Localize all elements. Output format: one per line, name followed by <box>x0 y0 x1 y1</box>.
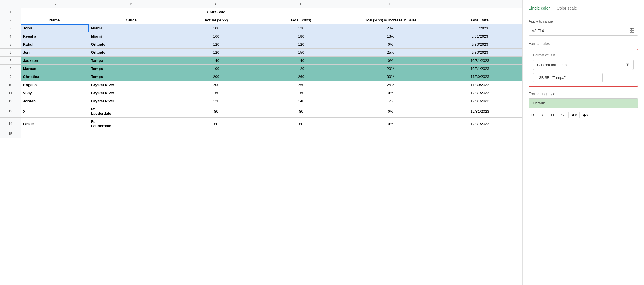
col-header-a[interactable]: A <box>21 0 89 8</box>
cell-f2[interactable]: Goal Date <box>437 16 522 24</box>
cell-f10[interactable]: 11/30/2023 <box>437 81 522 89</box>
cell-f8[interactable]: 10/31/2023 <box>437 65 522 73</box>
cell-d9[interactable]: 260 <box>259 73 344 81</box>
cell-f7[interactable]: 10/31/2023 <box>437 57 522 65</box>
cell-e1[interactable] <box>344 8 437 16</box>
cell-a10[interactable]: Rogelio <box>21 81 89 89</box>
cell-b9[interactable]: Tampa <box>89 73 174 81</box>
cell-c7[interactable]: 140 <box>174 57 259 65</box>
cell-b10[interactable]: Crystal River <box>89 81 174 89</box>
formula-input[interactable]: =$B:$B="Tampa" <box>533 73 603 82</box>
cell-c15[interactable] <box>174 130 259 138</box>
cell-d13[interactable]: 80 <box>259 105 344 118</box>
cell-a4[interactable]: Keesha <box>21 32 89 40</box>
cell-f9[interactable]: 11/30/2023 <box>437 73 522 81</box>
cell-c6[interactable]: 120 <box>174 49 259 57</box>
cell-a15[interactable] <box>21 130 89 138</box>
cell-c5[interactable]: 120 <box>174 40 259 49</box>
cell-c12[interactable]: 120 <box>174 97 259 105</box>
cell-b8[interactable]: Tampa <box>89 65 174 73</box>
cell-b3[interactable]: Miami <box>89 24 174 32</box>
cell-c2[interactable]: Actual (2022) <box>174 16 259 24</box>
cell-b12[interactable]: Crystal River <box>89 97 174 105</box>
tab-color-scale[interactable]: Color scale <box>557 6 577 13</box>
fill-color-button[interactable]: ◆ ▾ <box>582 112 589 118</box>
range-input[interactable] <box>532 29 629 33</box>
cell-f1[interactable] <box>437 8 522 16</box>
cell-c14[interactable]: 80 <box>174 118 259 130</box>
cell-e2[interactable]: Goal (2023) % Increase in Sales <box>344 16 437 24</box>
cell-e6[interactable]: 25% <box>344 49 437 57</box>
cell-f11[interactable]: 12/31/2023 <box>437 89 522 97</box>
cell-d1[interactable] <box>259 8 344 16</box>
cell-f6[interactable]: 9/30/2023 <box>437 49 522 57</box>
cell-c8[interactable]: 100 <box>174 65 259 73</box>
cell-a5[interactable]: Rahul <box>21 40 89 49</box>
strikethrough-button[interactable]: S <box>558 111 567 119</box>
col-header-f[interactable]: F <box>437 0 522 8</box>
col-header-e[interactable]: E <box>344 0 437 8</box>
cell-f5[interactable]: 9/30/2023 <box>437 40 522 49</box>
cell-a9[interactable]: Christina <box>21 73 89 81</box>
cell-e9[interactable]: 30% <box>344 73 437 81</box>
cell-f15[interactable] <box>437 130 522 138</box>
col-header-b[interactable]: B <box>89 0 174 8</box>
cell-b2[interactable]: Office <box>89 16 174 24</box>
col-header-c[interactable]: C <box>174 0 259 8</box>
range-input-row[interactable] <box>529 26 638 36</box>
cell-e12[interactable]: 17% <box>344 97 437 105</box>
cell-b4[interactable]: Miami <box>89 32 174 40</box>
bold-button[interactable]: B <box>529 111 537 119</box>
cell-c9[interactable]: 200 <box>174 73 259 81</box>
cell-e11[interactable]: 0% <box>344 89 437 97</box>
formula-type-dropdown[interactable]: Custom formula is ▼ <box>533 60 634 70</box>
cell-b6[interactable]: Orlando <box>89 49 174 57</box>
cell-a8[interactable]: Marcus <box>21 65 89 73</box>
cell-c3[interactable]: 100 <box>174 24 259 32</box>
cell-a14[interactable]: Leslie <box>21 118 89 130</box>
cell-c13[interactable]: 80 <box>174 105 259 118</box>
cell-d12[interactable]: 140 <box>259 97 344 105</box>
cell-a6[interactable]: Jen <box>21 49 89 57</box>
cell-f4[interactable]: 8/31/2023 <box>437 32 522 40</box>
cell-c1[interactable]: Units Sold <box>174 8 259 16</box>
cell-e8[interactable]: 20% <box>344 65 437 73</box>
cell-e13[interactable]: 0% <box>344 105 437 118</box>
grid-select-icon[interactable] <box>629 28 635 34</box>
cell-d11[interactable]: 160 <box>259 89 344 97</box>
cell-d14[interactable]: 80 <box>259 118 344 130</box>
cell-d8[interactable]: 120 <box>259 65 344 73</box>
cell-b11[interactable]: Crystal River <box>89 89 174 97</box>
cell-a1[interactable] <box>21 8 89 16</box>
cell-d4[interactable]: 180 <box>259 32 344 40</box>
cell-c10[interactable]: 200 <box>174 81 259 89</box>
cell-b5[interactable]: Orlando <box>89 40 174 49</box>
cell-f14[interactable]: 12/31/2023 <box>437 118 522 130</box>
cell-a2[interactable]: Name <box>21 16 89 24</box>
cell-b15[interactable] <box>89 130 174 138</box>
cell-e3[interactable]: 20% <box>344 24 437 32</box>
cell-e15[interactable] <box>344 130 437 138</box>
cell-d6[interactable]: 150 <box>259 49 344 57</box>
cell-d15[interactable] <box>259 130 344 138</box>
cell-d3[interactable]: 120 <box>259 24 344 32</box>
col-header-d[interactable]: D <box>259 0 344 8</box>
text-color-button[interactable]: A ▾ <box>571 112 578 118</box>
cell-f12[interactable]: 12/31/2023 <box>437 97 522 105</box>
cell-c4[interactable]: 160 <box>174 32 259 40</box>
cell-e4[interactable]: 13% <box>344 32 437 40</box>
underline-button[interactable]: U <box>548 111 557 119</box>
cell-d5[interactable]: 120 <box>259 40 344 49</box>
cell-a12[interactable]: Jordan <box>21 97 89 105</box>
cell-a11[interactable]: Vijay <box>21 89 89 97</box>
cell-b13[interactable]: Ft.Lauderdale <box>89 105 174 118</box>
italic-button[interactable]: I <box>538 111 547 119</box>
cell-f13[interactable]: 12/31/2023 <box>437 105 522 118</box>
cell-a13[interactable]: Xi <box>21 105 89 118</box>
cell-c11[interactable]: 160 <box>174 89 259 97</box>
cell-d10[interactable]: 250 <box>259 81 344 89</box>
cell-e14[interactable]: 0% <box>344 118 437 130</box>
cell-d7[interactable]: 140 <box>259 57 344 65</box>
cell-e5[interactable]: 0% <box>344 40 437 49</box>
cell-b1[interactable] <box>89 8 174 16</box>
